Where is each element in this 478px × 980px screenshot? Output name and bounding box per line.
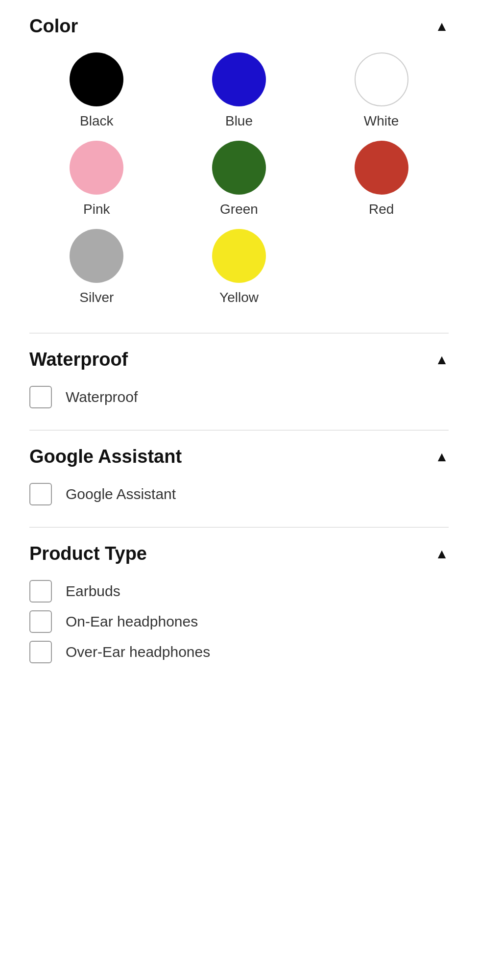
color-swatch-pink bbox=[70, 141, 123, 195]
google-assistant-options: Google Assistant bbox=[29, 483, 449, 505]
google-assistant-section-title: Google Assistant bbox=[29, 446, 182, 467]
color-item-yellow[interactable]: Yellow bbox=[172, 229, 307, 305]
product-type-section-title: Product Type bbox=[29, 543, 147, 564]
checkbox-item-waterproof[interactable]: Waterproof bbox=[29, 386, 449, 408]
color-item-black[interactable]: Black bbox=[29, 52, 164, 129]
color-item-pink[interactable]: Pink bbox=[29, 141, 164, 217]
checkbox-over-ear[interactable] bbox=[29, 641, 52, 663]
color-label-silver: Silver bbox=[79, 290, 114, 305]
google-assistant-chevron-icon[interactable]: ▲ bbox=[435, 449, 449, 465]
waterproof-chevron-icon[interactable]: ▲ bbox=[435, 352, 449, 368]
color-swatch-silver bbox=[70, 229, 123, 283]
color-section-header: Color ▲ bbox=[29, 16, 449, 37]
google-assistant-section-header: Google Assistant ▲ bbox=[29, 446, 449, 467]
color-swatch-green bbox=[212, 141, 266, 195]
color-label-green: Green bbox=[220, 201, 258, 217]
checkbox-earbuds[interactable] bbox=[29, 580, 52, 603]
product-type-section-header: Product Type ▲ bbox=[29, 543, 449, 564]
checkbox-label-google-assistant: Google Assistant bbox=[66, 486, 176, 503]
waterproof-section: Waterproof ▲ Waterproof bbox=[0, 333, 478, 430]
checkbox-on-ear[interactable] bbox=[29, 610, 52, 633]
color-label-yellow: Yellow bbox=[219, 290, 259, 305]
checkbox-label-waterproof: Waterproof bbox=[66, 389, 138, 405]
checkbox-item-on-ear[interactable]: On-Ear headphones bbox=[29, 610, 449, 633]
color-swatch-black bbox=[70, 52, 123, 106]
color-swatch-white bbox=[355, 52, 408, 106]
color-section-title: Color bbox=[29, 16, 78, 37]
checkbox-item-google-assistant[interactable]: Google Assistant bbox=[29, 483, 449, 505]
checkbox-label-on-ear: On-Ear headphones bbox=[66, 613, 198, 630]
color-label-pink: Pink bbox=[83, 201, 110, 217]
product-type-section: Product Type ▲ EarbudsOn-Ear headphonesO… bbox=[0, 528, 478, 685]
checkbox-google-assistant[interactable] bbox=[29, 483, 52, 505]
checkbox-label-over-ear: Over-Ear headphones bbox=[66, 644, 210, 660]
color-chevron-icon[interactable]: ▲ bbox=[435, 19, 449, 34]
checkbox-item-earbuds[interactable]: Earbuds bbox=[29, 580, 449, 603]
product-type-options: EarbudsOn-Ear headphonesOver-Ear headpho… bbox=[29, 580, 449, 663]
waterproof-options: Waterproof bbox=[29, 386, 449, 408]
color-grid: BlackBlueWhitePinkGreenRedSilverYellow bbox=[29, 52, 449, 305]
color-swatch-red bbox=[355, 141, 408, 195]
color-label-red: Red bbox=[369, 201, 394, 217]
waterproof-section-header: Waterproof ▲ bbox=[29, 349, 449, 370]
checkbox-item-over-ear[interactable]: Over-Ear headphones bbox=[29, 641, 449, 663]
color-label-blue: Blue bbox=[225, 113, 253, 129]
google-assistant-section: Google Assistant ▲ Google Assistant bbox=[0, 430, 478, 527]
color-item-red[interactable]: Red bbox=[314, 141, 449, 217]
color-item-white[interactable]: White bbox=[314, 52, 449, 129]
color-item-blue[interactable]: Blue bbox=[172, 52, 307, 129]
color-item-green[interactable]: Green bbox=[172, 141, 307, 217]
color-swatch-yellow bbox=[212, 229, 266, 283]
checkbox-waterproof[interactable] bbox=[29, 386, 52, 408]
color-swatch-blue bbox=[212, 52, 266, 106]
color-label-black: Black bbox=[80, 113, 113, 129]
color-item-silver[interactable]: Silver bbox=[29, 229, 164, 305]
color-label-white: White bbox=[364, 113, 399, 129]
checkbox-label-earbuds: Earbuds bbox=[66, 583, 120, 600]
color-section: Color ▲ BlackBlueWhitePinkGreenRedSilver… bbox=[0, 0, 478, 333]
product-type-chevron-icon[interactable]: ▲ bbox=[435, 546, 449, 562]
waterproof-section-title: Waterproof bbox=[29, 349, 128, 370]
